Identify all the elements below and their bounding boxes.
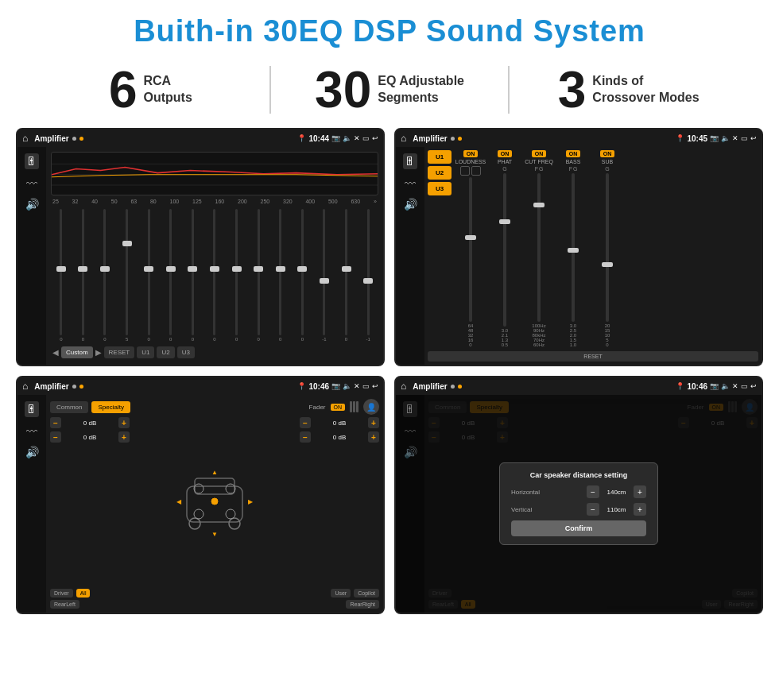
- slider-track-10[interactable]: [258, 209, 260, 335]
- u2-btn[interactable]: U2: [157, 346, 174, 358]
- slider-track-4[interactable]: [126, 209, 128, 335]
- phat-thumb[interactable]: [499, 219, 510, 224]
- slider-track-11[interactable]: [279, 209, 281, 335]
- profile-icon-3[interactable]: 👤: [363, 399, 379, 415]
- vertical-minus[interactable]: −: [587, 503, 599, 516]
- cutfreq-slider[interactable]: [537, 173, 541, 322]
- slider-thumb-4[interactable]: [122, 241, 132, 246]
- slider-thumb-1[interactable]: [56, 266, 66, 272]
- db-plus-1[interactable]: +: [118, 417, 130, 428]
- preset-u3[interactable]: U3: [428, 182, 452, 195]
- db-plus-2[interactable]: +: [118, 431, 130, 443]
- vertical-plus[interactable]: +: [634, 503, 646, 516]
- screen1-sidebar: 🎚 〰 🔊: [17, 147, 46, 365]
- preset-u1[interactable]: U1: [428, 150, 452, 164]
- loudness-toggles: [460, 166, 481, 176]
- loudness-on: ON: [463, 150, 479, 157]
- crossover-tabs: Common Specialty Fader ON 👤: [50, 399, 379, 415]
- slider-track-1[interactable]: [60, 209, 62, 335]
- tab-specialty-3[interactable]: Specialty: [91, 401, 130, 413]
- location-icon-4: 📍: [676, 382, 684, 390]
- slider-track-9[interactable]: [235, 209, 238, 335]
- u1-btn[interactable]: U1: [137, 346, 154, 358]
- slider-track-15[interactable]: [367, 209, 370, 335]
- amp2-reset-btn[interactable]: RESET: [428, 351, 758, 362]
- slider-thumb-6[interactable]: [166, 266, 176, 272]
- rearleft-btn-3[interactable]: RearLeft: [50, 600, 79, 609]
- db-plus-4[interactable]: +: [368, 431, 379, 443]
- sidebar-eq-icon-3[interactable]: 🎚: [25, 401, 39, 417]
- prev-arrow[interactable]: ◀: [52, 348, 59, 357]
- slider-col-8: 0: [204, 207, 225, 342]
- eq-val-5: 0: [148, 337, 150, 342]
- sub-thumb[interactable]: [602, 262, 613, 267]
- db-minus-2[interactable]: −: [50, 431, 61, 443]
- slider-thumb-8[interactable]: [210, 266, 219, 272]
- dialog-overlay: Car speaker distance setting Horizontal …: [396, 395, 762, 613]
- horizontal-plus[interactable]: +: [634, 485, 646, 498]
- db-minus-3[interactable]: −: [300, 417, 311, 428]
- sidebar-wave-icon-3[interactable]: 〰: [26, 425, 37, 438]
- sidebar-eq-icon-1[interactable]: 🎚: [25, 153, 39, 169]
- sidebar-eq-icon-2[interactable]: 🎚: [403, 153, 417, 169]
- slider-thumb-14[interactable]: [342, 266, 351, 272]
- slider-thumb-13[interactable]: [320, 278, 329, 284]
- reset-btn[interactable]: RESET: [104, 346, 135, 358]
- slider-thumb-12[interactable]: [297, 266, 307, 272]
- slider-track-14[interactable]: [345, 209, 347, 335]
- rearright-btn-3[interactable]: RearRight: [346, 600, 379, 609]
- tab-common-3[interactable]: Common: [50, 401, 88, 413]
- next-arrow[interactable]: ▶: [95, 348, 102, 357]
- sidebar-wave-icon-1[interactable]: 〰: [26, 177, 37, 190]
- slider-thumb-7[interactable]: [188, 266, 197, 272]
- sub-slider[interactable]: [606, 173, 609, 322]
- status-bar-1: ⌂ Amplifier 📍 10:44 📷 🔈 ✕ ▭ ↩: [17, 130, 383, 147]
- slider-thumb-9[interactable]: [232, 266, 242, 272]
- slider-thumb-3[interactable]: [100, 266, 110, 272]
- horizontal-minus[interactable]: −: [587, 485, 599, 498]
- eq-label-more: »: [374, 199, 377, 204]
- cutfreq-thumb[interactable]: [533, 203, 545, 207]
- loudness-toggle-2[interactable]: [471, 166, 481, 176]
- custom-btn[interactable]: Custom: [61, 346, 93, 358]
- sidebar-wave-icon-2[interactable]: 〰: [405, 177, 416, 190]
- slider-track-7[interactable]: [192, 209, 194, 335]
- phat-slider[interactable]: [503, 173, 506, 327]
- slider-thumb-5[interactable]: [144, 266, 153, 272]
- u3-btn[interactable]: U3: [177, 346, 195, 358]
- slider-thumb-11[interactable]: [276, 266, 285, 272]
- user-btn-3[interactable]: User: [331, 589, 351, 598]
- loudness-slider[interactable]: [469, 177, 472, 322]
- db-plus-3[interactable]: +: [368, 417, 379, 428]
- sidebar-speaker-icon-3[interactable]: 🔊: [25, 446, 39, 458]
- slider-thumb-15[interactable]: [363, 278, 373, 284]
- slider-track-2[interactable]: [82, 209, 84, 335]
- confirm-button[interactable]: Confirm: [511, 520, 646, 536]
- slider-track-8[interactable]: [213, 209, 215, 335]
- slider-col-10: 0: [248, 207, 269, 342]
- db-minus-4[interactable]: −: [300, 431, 311, 443]
- slider-track-13[interactable]: [323, 209, 325, 335]
- preset-u2[interactable]: U2: [428, 166, 452, 180]
- slider-track-5[interactable]: [148, 209, 150, 335]
- loudness-toggle-1[interactable]: [460, 166, 470, 176]
- status-bar-4: ⌂ Amplifier 📍 10:46 📷 🔈 ✕ ▭ ↩: [396, 377, 762, 395]
- bass-thumb[interactable]: [568, 248, 579, 253]
- slider-thumb-10[interactable]: [254, 266, 263, 272]
- db-minus-1[interactable]: −: [50, 417, 61, 428]
- bass-slider[interactable]: [572, 173, 575, 322]
- all-btn-3[interactable]: All: [76, 589, 91, 598]
- slider-track-6[interactable]: [169, 209, 172, 335]
- driver-btn-3[interactable]: Driver: [50, 589, 73, 598]
- sidebar-speaker-icon-2[interactable]: 🔊: [404, 198, 417, 211]
- db-val-2: 0 dB: [64, 434, 116, 441]
- vertical-value: 110cm: [603, 506, 630, 513]
- copilot-btn-3[interactable]: Copilot: [354, 589, 379, 598]
- slider-thumb-2[interactable]: [78, 266, 87, 272]
- svg-point-6: [229, 518, 240, 529]
- svg-text:▼: ▼: [211, 531, 218, 538]
- slider-track-3[interactable]: [103, 209, 106, 335]
- sidebar-speaker-icon-1[interactable]: 🔊: [25, 198, 39, 211]
- loudness-thumb[interactable]: [465, 235, 476, 240]
- slider-track-12[interactable]: [301, 209, 304, 335]
